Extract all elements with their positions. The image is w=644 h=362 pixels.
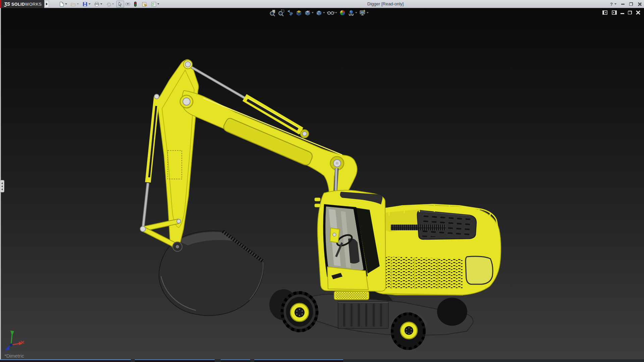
cab-part[interactable] [315, 190, 386, 291]
wheel-rear-left[interactable] [391, 312, 426, 350]
view-orientation-button[interactable] [304, 9, 314, 16]
excavator-model[interactable] [140, 60, 501, 350]
display-style-button[interactable] [315, 9, 325, 16]
print-icon [94, 1, 100, 7]
view-orientation-label: *Dimetric [4, 353, 24, 359]
hide-show-glasses-icon [327, 9, 335, 16]
traffic-light-icon [132, 1, 138, 7]
display-style-dropdown-icon[interactable] [323, 12, 325, 13]
save-button[interactable] [81, 1, 92, 8]
brand-mark: ƷS [4, 1, 10, 7]
new-document-icon [59, 1, 64, 7]
taskbar-segment[interactable] [0, 359, 131, 362]
print-button[interactable] [93, 1, 103, 8]
document-close-button[interactable] [636, 10, 640, 15]
close-button[interactable] [638, 2, 641, 6]
previous-view-button[interactable] [286, 9, 294, 16]
restore-button[interactable] [629, 2, 633, 6]
document-restore-button[interactable] [628, 11, 632, 14]
select-tool-button[interactable] [116, 1, 124, 8]
hide-show-items-button[interactable] [327, 9, 337, 16]
previous-view-icon [286, 9, 294, 16]
view-orientation-dropdown-icon[interactable] [312, 12, 314, 13]
view-settings-icon [359, 9, 366, 16]
options-dropdown-icon[interactable] [157, 3, 159, 5]
save-dropdown-icon[interactable] [89, 3, 91, 5]
rear-window[interactable] [466, 256, 493, 284]
apply-scene-dropdown-icon[interactable] [355, 12, 357, 13]
section-view-icon [295, 9, 303, 16]
zoom-to-fit-button[interactable] [269, 9, 276, 16]
brand-works: WORKS [25, 2, 42, 7]
feature-tree-flyout-tab[interactable] [0, 180, 4, 192]
options-button[interactable] [150, 1, 160, 8]
help-button[interactable]: ? [610, 2, 616, 7]
apply-scene-button[interactable] [347, 9, 358, 16]
zoom-to-area-icon [278, 9, 285, 16]
design-binder-button[interactable] [141, 1, 149, 8]
help-dropdown-icon [614, 3, 616, 5]
titlebar-controls: ? [610, 0, 641, 8]
open-document-button[interactable] [69, 1, 80, 8]
print-dropdown-icon[interactable] [100, 3, 102, 5]
design-binder-icon [142, 1, 148, 7]
wheel-front-left[interactable] [281, 291, 318, 332]
document-window-controls [602, 10, 640, 15]
document-minimize-button[interactable] [621, 13, 624, 14]
apply-scene-icon [347, 9, 355, 16]
select-tool-dropdown[interactable] [125, 3, 130, 5]
edit-appearance-button[interactable] [339, 9, 346, 16]
brand-solid: SOLID [11, 2, 25, 7]
save-floppy-icon [82, 1, 88, 7]
zoom-to-fit-icon [269, 9, 276, 16]
collapse-arrow-icon [1, 182, 3, 184]
collapse-arrow-icon [1, 185, 3, 187]
section-view-button[interactable] [295, 9, 303, 16]
new-document-button[interactable] [58, 1, 68, 8]
collapse-arrow-icon [1, 188, 3, 190]
view-orientation-icon [304, 9, 311, 16]
edit-appearance-icon [339, 9, 346, 16]
taskbar-segment[interactable] [221, 359, 250, 362]
flyout-arrow-icon [46, 3, 48, 5]
model-canvas[interactable] [0, 8, 644, 359]
lights-button[interactable] [131, 1, 139, 8]
pane-toggle-right-icon[interactable] [611, 10, 617, 15]
standard-toolbar [58, 0, 160, 8]
taskbar-segment[interactable] [254, 359, 343, 362]
help-icon: ? [610, 2, 613, 7]
undo-button[interactable] [105, 1, 115, 8]
taskbar-segment[interactable] [135, 359, 215, 362]
menu-flyout-button[interactable] [45, 1, 49, 7]
open-folder-icon [70, 1, 76, 7]
open-dropdown-icon[interactable] [77, 3, 79, 5]
options-checklist-icon [151, 1, 157, 7]
heads-up-view-toolbar [269, 9, 369, 16]
pane-toggle-left-icon[interactable] [602, 10, 608, 15]
select-cursor-icon [117, 1, 123, 7]
os-taskbar[interactable] [0, 359, 644, 362]
new-dropdown-icon[interactable] [65, 3, 67, 5]
view-settings-button[interactable] [359, 9, 369, 16]
zoom-to-area-button[interactable] [278, 9, 285, 16]
solidworks-window: ƷS SOLIDWORKS [0, 0, 644, 362]
display-style-icon [315, 9, 323, 16]
minimize-button[interactable] [621, 4, 625, 5]
undo-icon [106, 1, 111, 7]
boom-cylinder-left[interactable] [143, 94, 159, 229]
undo-dropdown-icon[interactable] [112, 3, 114, 5]
solidworks-logo: ƷS SOLIDWORKS [0, 0, 44, 8]
select-dropdown-icon [127, 3, 129, 5]
graphics-viewport: *Dimetric [0, 8, 644, 359]
window-title: Digger [Read-only] [367, 1, 404, 6]
view-settings-dropdown-icon[interactable] [367, 12, 369, 13]
orientation-triad [5, 330, 24, 350]
titlebar: ƷS SOLIDWORKS [0, 0, 644, 8]
hide-show-dropdown-icon[interactable] [335, 12, 337, 13]
